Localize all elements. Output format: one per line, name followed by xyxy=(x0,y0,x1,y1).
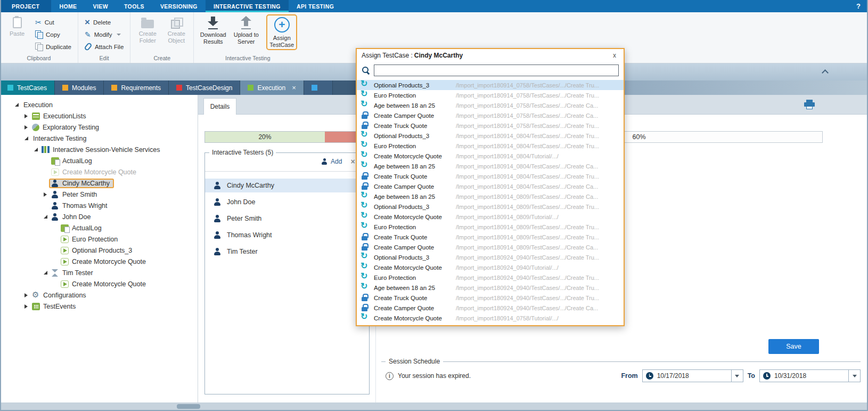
tree-item[interactable]: ExecutionLists xyxy=(0,110,198,122)
tree-item[interactable]: Peter Smith xyxy=(0,189,198,200)
testcase-row[interactable]: Optional Products_3 /Import_import180924… xyxy=(357,252,624,262)
tester-row[interactable]: John Doe xyxy=(205,195,369,209)
testcase-row[interactable]: Create Camper Quote /Import_import180924… xyxy=(357,303,624,313)
tester-row[interactable]: Thomas Wright xyxy=(205,228,369,242)
testcase-row[interactable]: Create Motorcycle Quote /Import_import18… xyxy=(357,151,624,161)
tree-item[interactable]: Tim Tester xyxy=(0,267,198,278)
workspace-tab[interactable]: Execution × xyxy=(240,80,304,95)
tree-item[interactable]: Configurations xyxy=(0,289,198,301)
workspace-tab[interactable]: Modules xyxy=(55,80,104,95)
menu-item[interactable]: VERSIONING xyxy=(152,0,206,12)
tab-details[interactable]: Details xyxy=(203,98,236,115)
testcase-row[interactable]: Optional Products_3 /Import_import180914… xyxy=(357,202,624,212)
testcase-row[interactable]: Age between 18 an 25 /Import_import18091… xyxy=(357,161,624,171)
tree-item[interactable]: John Doe xyxy=(0,211,198,222)
tree-item[interactable]: Thomas Wright xyxy=(0,200,198,211)
testcase-row[interactable]: Age between 18 an 25 /Import_import18092… xyxy=(357,283,624,293)
testcase-row[interactable]: Create Motorcycle Quote /Import_import18… xyxy=(357,262,624,272)
tree-item[interactable]: ActualLog xyxy=(0,155,198,166)
tree-expander-icon[interactable] xyxy=(42,168,49,176)
testcase-row[interactable]: Create Truck Quote /Import_import180914_… xyxy=(357,120,624,131)
duplicate-button[interactable]: Duplicate xyxy=(33,41,73,52)
tree-item[interactable]: Create Motorcycle Quote xyxy=(0,166,198,178)
assign-testcase-button[interactable]: Assign TestCase xyxy=(266,14,297,50)
to-date-picker[interactable]: 10/31/2018 xyxy=(759,369,861,382)
print-icon[interactable] xyxy=(804,100,815,109)
testcase-row[interactable]: Create Truck Quote /Import_import180914_… xyxy=(357,232,624,242)
workspace-tab[interactable] xyxy=(304,80,333,95)
tree-expander-icon[interactable] xyxy=(42,269,49,277)
tree-item[interactable]: Interactive Testing xyxy=(0,133,198,144)
menu-item[interactable]: API TESTING xyxy=(289,0,342,12)
tree-item[interactable]: Interactive Session-Vehicle Services xyxy=(0,144,198,155)
copy-button[interactable]: Copy xyxy=(33,29,73,40)
testcase-row[interactable]: Create Truck Quote /Import_import180914_… xyxy=(357,171,624,181)
tree-expander-icon[interactable] xyxy=(51,224,59,232)
modify-button[interactable]: Modify xyxy=(83,29,126,40)
menu-item[interactable]: VIEW xyxy=(85,0,116,12)
menu-item[interactable]: HOME xyxy=(51,0,85,12)
testcase-row[interactable]: Age between 18 an 25 /Import_import18091… xyxy=(357,191,624,202)
workspace-tab[interactable]: TestCaseDesign xyxy=(169,80,240,95)
from-date-picker[interactable]: 10/17/2018 xyxy=(642,369,743,382)
menu-item[interactable]: PROJECT xyxy=(0,0,51,12)
tree-expander-icon[interactable] xyxy=(42,180,49,187)
testcase-row[interactable]: Create Camper Quote /Import_import180914… xyxy=(357,110,624,120)
tree-expander-icon[interactable] xyxy=(42,157,49,165)
testcase-row[interactable]: Age between 18 an 25 /Import_import18091… xyxy=(357,100,624,110)
attach-file-button[interactable]: Attach File xyxy=(83,41,126,52)
tab-close-icon[interactable]: × xyxy=(292,84,296,92)
from-date-dropdown-icon[interactable] xyxy=(731,370,743,382)
tree-item[interactable]: Create Motorcycle Quote xyxy=(0,278,198,289)
testcase-row[interactable]: Create Truck Quote /Import_import180924_… xyxy=(357,293,624,303)
horizontal-scrollbar-thumb[interactable] xyxy=(177,404,200,409)
tree-expander-icon[interactable] xyxy=(32,146,39,154)
testcase-row[interactable]: Euro Protection /Import_import180914_080… xyxy=(357,141,624,151)
paste-button[interactable]: Paste xyxy=(4,14,30,37)
create-object-button[interactable]: Create Object xyxy=(163,14,189,44)
tester-row[interactable]: Peter Smith xyxy=(205,212,369,225)
menu-item[interactable]: TOOLS xyxy=(116,0,152,12)
tree-expander-icon[interactable] xyxy=(51,280,59,288)
tree-item[interactable]: Create Motorcycle Quote xyxy=(0,256,198,267)
tree-expander-icon[interactable] xyxy=(22,124,30,131)
tree-item[interactable]: Execution xyxy=(0,99,198,110)
tree-expander-icon[interactable] xyxy=(51,247,59,254)
save-button[interactable]: Save xyxy=(768,339,819,354)
tree-expander-icon[interactable] xyxy=(51,258,59,265)
testcase-row[interactable]: Optional Products_3 /Import_import180914… xyxy=(357,131,624,141)
menu-item[interactable]: INTERACTIVE TESTING xyxy=(206,0,289,12)
tree-item[interactable]: Cindy McCarthy xyxy=(0,178,198,189)
testcase-row[interactable]: Euro Protection /Import_import180914_075… xyxy=(357,90,624,100)
tree-item[interactable]: Exploratory Testing xyxy=(0,122,198,133)
dialog-close-button[interactable]: x xyxy=(610,52,619,59)
testcase-row[interactable]: Create Motorcycle Quote /Import_import18… xyxy=(357,212,624,222)
tree-item[interactable]: Optional Products_3 xyxy=(0,245,198,256)
testcase-row[interactable]: Optional Products_3 /Import_import180914… xyxy=(357,80,624,90)
testcase-row[interactable]: Create Motorcycle Quote /Import_import18… xyxy=(357,313,624,323)
workspace-tab[interactable]: TestCases xyxy=(0,80,55,95)
collapse-ribbon-icon[interactable] xyxy=(822,69,829,76)
tree-item[interactable]: TestEvents xyxy=(0,301,198,312)
testcase-row[interactable]: Create Camper Quote /Import_import180914… xyxy=(357,242,624,252)
tree-item[interactable]: Euro Protection xyxy=(0,233,198,245)
testcase-row[interactable]: Create Camper Quote /Import_import180914… xyxy=(357,181,624,191)
tree-expander-icon[interactable] xyxy=(51,236,59,243)
tester-row[interactable]: Tim Tester xyxy=(205,245,369,259)
testcase-search-input[interactable] xyxy=(374,65,619,76)
tree-item[interactable]: ActualLog xyxy=(0,222,198,233)
help-button[interactable]: ? xyxy=(849,0,868,12)
testcase-row[interactable]: Euro Protection /Import_import180914_080… xyxy=(357,222,624,232)
upload-to-server-button[interactable]: Upload to Server xyxy=(231,14,261,45)
to-date-dropdown-icon[interactable] xyxy=(848,370,860,382)
tree-expander-icon[interactable] xyxy=(42,202,49,209)
tester-row[interactable]: Cindy McCarthy xyxy=(205,179,369,192)
tree-expander-icon[interactable] xyxy=(13,101,20,109)
tree-expander-icon[interactable] xyxy=(22,135,30,142)
tree-expander-icon[interactable] xyxy=(42,191,49,198)
delete-button[interactable]: Delete xyxy=(83,17,126,28)
tree-expander-icon[interactable] xyxy=(22,303,30,310)
testcase-row[interactable]: Euro Protection /Import_import180924_094… xyxy=(357,272,624,283)
add-tester-button[interactable]: Add xyxy=(321,158,342,165)
tree-expander-icon[interactable] xyxy=(22,292,30,299)
